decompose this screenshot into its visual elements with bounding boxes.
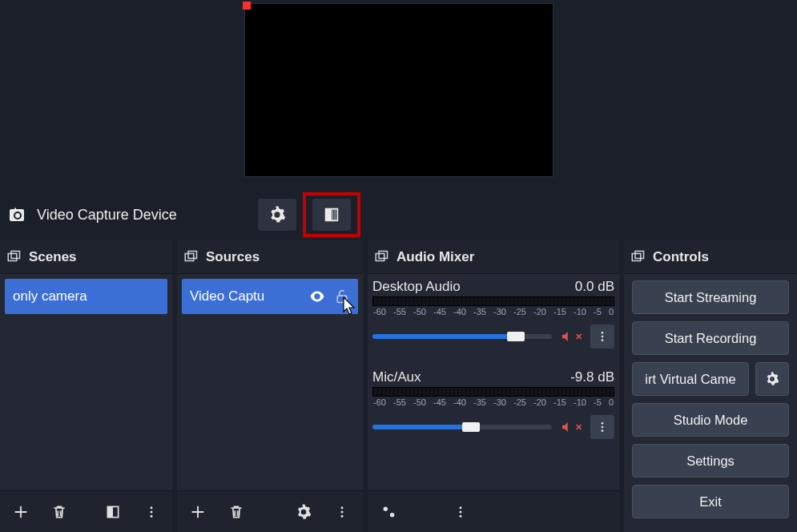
lock-toggle[interactable] [334,288,350,304]
scene-item-label: only camera [13,288,87,304]
svg-rect-4 [8,253,17,260]
source-filters-button[interactable] [312,199,351,231]
source-properties-button[interactable] [258,199,296,231]
dock-icon [630,250,645,264]
sources-panel: Sources Video Captu [177,240,363,532]
svg-rect-18 [379,251,388,258]
sources-panel-header[interactable]: Sources [177,240,363,274]
channel-name: Desktop Audio [372,279,461,295]
dock-icon [374,250,388,264]
camera-icon [8,205,27,224]
preview-canvas[interactable] [244,3,553,177]
selected-source-label: Video Capture Device [37,207,177,224]
mixer-advanced-button[interactable] [374,498,403,526]
svg-point-16 [341,514,344,517]
channel-db: 0.0 dB [575,279,614,295]
svg-rect-5 [11,251,20,258]
scenes-panel-header[interactable]: Scenes [0,240,172,274]
svg-point-22 [602,422,604,425]
virtual-camera-settings-button[interactable] [755,362,789,396]
channel-db: -9.8 dB [570,369,614,385]
eye-icon [308,288,326,305]
svg-point-14 [341,506,344,509]
scenes-panel: Scenes only camera [0,240,172,532]
mute-button[interactable]: ✕ [560,420,582,434]
start-virtual-camera-button[interactable]: irt Virtual Came [632,362,749,396]
svg-point-20 [602,336,604,338]
remove-source-button[interactable] [222,498,251,526]
gear-icon [765,372,779,386]
svg-rect-1 [326,209,332,221]
trash-icon [228,504,244,520]
volume-slider[interactable] [372,334,552,339]
scene-menu-button[interactable] [137,498,166,526]
mixer-title: Audio Mixer [396,249,474,265]
dock-icon [183,250,198,264]
svg-point-25 [384,506,388,511]
svg-point-9 [151,510,153,513]
scene-item[interactable]: only camera [5,279,167,314]
speaker-muted-icon [560,329,574,344]
svg-rect-31 [635,251,644,258]
start-streaming-button[interactable]: Start Streaming [632,280,789,314]
exit-button[interactable]: Exit [632,485,789,518]
studio-mode-button[interactable]: Studio Mode [632,403,789,437]
speaker-muted-icon [560,420,574,434]
db-ticks: -60-55-50-45-40-35-30-25-20-15-10-50 [372,307,614,316]
level-meter [372,296,614,306]
source-props-button[interactable] [289,498,318,526]
gear-icon [296,504,312,520]
svg-rect-7 [107,506,113,517]
mixer-menu-button[interactable] [446,498,475,526]
controls-panel-header[interactable]: Controls [624,240,797,274]
gears-icon [380,503,397,521]
preview-area [0,0,797,192]
resize-handle-top-left[interactable] [243,2,251,10]
svg-point-24 [602,429,604,432]
svg-point-10 [151,514,153,517]
db-ticks: -60-55-50-45-40-35-30-25-20-15-10-50 [372,397,614,407]
unlock-icon [334,288,350,304]
channel-menu-button[interactable] [590,324,614,349]
plus-icon [12,503,30,521]
svg-rect-13 [337,296,347,302]
more-vertical-icon [335,505,349,519]
svg-point-27 [460,506,462,509]
add-scene-button[interactable] [6,498,35,526]
mute-button[interactable]: ✕ [560,329,582,344]
svg-point-15 [341,510,344,513]
remove-scene-button[interactable] [45,498,74,526]
svg-point-26 [390,512,395,517]
svg-rect-2 [332,209,333,221]
svg-point-19 [602,332,604,334]
add-source-button[interactable] [183,498,212,526]
plus-icon [189,503,207,521]
dock-icon [6,250,21,264]
mixer-panel-header[interactable]: Audio Mixer [368,240,619,274]
level-meter [372,387,614,397]
svg-point-21 [602,339,604,341]
svg-point-29 [460,514,462,517]
source-toolbar: Video Capture Device [0,192,797,237]
filters-icon [105,504,121,520]
start-recording-button[interactable]: Start Recording [632,321,789,355]
svg-point-28 [460,510,462,513]
more-vertical-icon [596,330,609,343]
visibility-toggle[interactable] [308,288,326,305]
source-item[interactable]: Video Captu [182,279,358,314]
svg-rect-17 [376,253,384,260]
volume-slider[interactable] [372,425,552,429]
source-menu-button[interactable] [328,498,356,526]
settings-button[interactable]: Settings [632,444,789,478]
svg-rect-30 [632,253,641,260]
sources-title: Sources [206,249,260,265]
controls-title: Controls [653,249,709,265]
scenes-title: Scenes [29,249,77,265]
scene-filters-button[interactable] [99,498,127,526]
mixer-channel: Desktop Audio0.0 dB-60-55-50-45-40-35-30… [372,279,614,349]
trash-icon [51,504,67,520]
channel-menu-button[interactable] [590,415,614,439]
filters-icon [323,206,340,224]
more-vertical-icon [453,505,468,519]
audio-mixer-panel: Audio Mixer Desktop Audio0.0 dB-60-55-50… [368,240,619,532]
